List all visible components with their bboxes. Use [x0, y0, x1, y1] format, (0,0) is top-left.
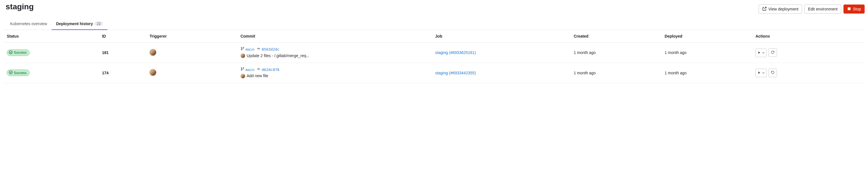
- svg-point-5: [258, 48, 259, 49]
- commit-sha-link[interactable]: d62dc878: [262, 67, 279, 73]
- chevron-down-icon: [762, 71, 765, 75]
- commit-icon: [257, 47, 260, 52]
- view-deployment-button[interactable]: View deployment: [758, 4, 802, 14]
- job-link[interactable]: staging (#6933442355): [435, 71, 476, 75]
- col-triggerer: Triggerer: [146, 30, 237, 43]
- edit-environment-button[interactable]: Edit environment: [804, 4, 841, 14]
- success-check-icon: [9, 50, 13, 55]
- svg-point-7: [241, 67, 242, 68]
- tabs: Kubernetes overview Deployment history 2…: [3, 18, 865, 30]
- commit-icon: [257, 67, 260, 73]
- page-title: staging: [3, 2, 34, 11]
- triggerer-avatar[interactable]: [150, 69, 156, 76]
- triggerer-avatar[interactable]: [150, 49, 156, 56]
- view-deployment-label: View deployment: [769, 7, 798, 11]
- author-avatar[interactable]: [241, 53, 245, 58]
- author-avatar[interactable]: [241, 74, 245, 78]
- branch-icon: [241, 47, 245, 52]
- status-badge[interactable]: Success: [7, 49, 30, 56]
- play-icon: [757, 51, 761, 55]
- tab-label: Kubernetes overview: [10, 22, 47, 26]
- commit-message: Update 2 files - /.gitlab/merge_req...: [247, 53, 310, 59]
- tab-deployment-history[interactable]: Deployment history 22: [52, 18, 107, 30]
- status-text: Success: [14, 51, 27, 54]
- external-link-icon: [762, 6, 767, 12]
- success-check-icon: [9, 70, 13, 75]
- tab-kubernetes-overview[interactable]: Kubernetes overview: [6, 18, 52, 30]
- col-status: Status: [3, 30, 99, 43]
- svg-point-8: [241, 69, 242, 70]
- branch-link[interactable]: main: [246, 47, 254, 52]
- job-link[interactable]: staging (#6933625161): [435, 50, 476, 55]
- deployment-id: 174: [99, 63, 146, 83]
- play-dropdown-button[interactable]: [755, 69, 767, 77]
- table-row: Success174maind62dc878Add new filestagin…: [3, 63, 865, 83]
- edit-environment-label: Edit environment: [808, 7, 838, 11]
- stop-button[interactable]: Stop: [843, 4, 865, 14]
- retry-button[interactable]: [769, 69, 777, 77]
- deployment-id: 181: [99, 43, 146, 63]
- deployed-time: 1 month ago: [661, 63, 752, 83]
- svg-point-3: [241, 49, 242, 50]
- status-badge[interactable]: Success: [7, 70, 30, 76]
- svg-point-4: [243, 47, 244, 48]
- svg-point-9: [243, 67, 244, 68]
- retry-icon: [771, 50, 775, 55]
- created-time: 1 month ago: [570, 43, 661, 63]
- svg-point-10: [258, 68, 259, 69]
- deployments-table: Status ID Triggerer Commit Job Created D…: [3, 30, 865, 83]
- retry-button[interactable]: [769, 48, 777, 57]
- stop-icon: [847, 7, 851, 11]
- col-commit: Commit: [237, 30, 432, 43]
- branch-icon: [241, 67, 245, 73]
- commit-sha-link[interactable]: 8563d2dc: [262, 47, 279, 52]
- col-actions: Actions: [752, 30, 865, 43]
- created-time: 1 month ago: [570, 63, 661, 83]
- table-row: Success181main8563d2dcUpdate 2 files - /…: [3, 43, 865, 63]
- col-created: Created: [570, 30, 661, 43]
- play-icon: [757, 71, 761, 75]
- chevron-down-icon: [762, 51, 765, 55]
- commit-cell: maind62dc878Add new file: [237, 63, 432, 83]
- tab-count-badge: 22: [94, 22, 103, 26]
- play-dropdown-button[interactable]: [755, 49, 767, 57]
- deployed-time: 1 month ago: [661, 43, 752, 63]
- col-id: ID: [99, 30, 146, 43]
- status-text: Success: [14, 71, 27, 75]
- tab-label: Deployment history: [56, 22, 93, 26]
- retry-icon: [771, 70, 775, 75]
- header-actions: View deployment Edit environment Stop: [758, 2, 865, 14]
- branch-link[interactable]: main: [246, 67, 254, 73]
- svg-point-2: [241, 47, 242, 48]
- col-deployed: Deployed: [661, 30, 752, 43]
- col-job: Job: [432, 30, 570, 43]
- commit-message: Add new file: [247, 73, 268, 79]
- stop-label: Stop: [853, 7, 861, 11]
- svg-rect-0: [848, 7, 850, 10]
- commit-cell: main8563d2dcUpdate 2 files - /.gitlab/me…: [237, 43, 432, 63]
